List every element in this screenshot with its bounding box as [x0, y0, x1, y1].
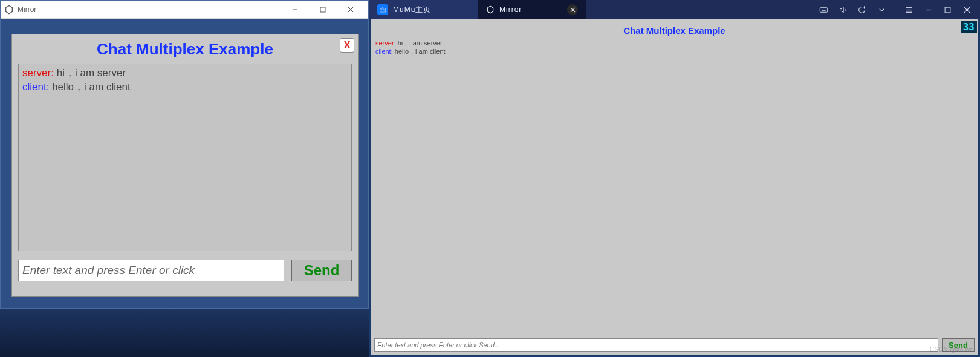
unity-icon: [486, 5, 495, 14]
close-window-button[interactable]: [337, 1, 365, 18]
message-text: hi，i am server: [398, 39, 443, 47]
emulator-screen: 33 Chat Multiplex Example server: hi，i a…: [371, 19, 978, 355]
back-icon[interactable]: [852, 0, 872, 19]
message-text: hello，i am client: [395, 48, 446, 55]
sender-label: client:: [22, 81, 49, 93]
sender-label: server:: [375, 39, 396, 47]
send-button-left[interactable]: Send: [291, 260, 352, 281]
svg-rect-19: [945, 7, 950, 13]
emulator-maximize-button[interactable]: [938, 0, 957, 19]
svg-marker-5: [487, 6, 493, 13]
chevron-down-icon[interactable]: [872, 0, 891, 19]
send-button-right[interactable]: Send: [942, 338, 975, 352]
menu-icon[interactable]: [899, 0, 918, 19]
tab-label: MuMu主页: [393, 5, 431, 15]
chat-log-left: server: hi，i am server client: hello，i a…: [18, 64, 352, 251]
message-text: hello，i am client: [52, 81, 130, 93]
chat-log-right: server: hi，i am server client: hello，i a…: [375, 39, 973, 56]
right-emulator-window: MuMu主页 Mirror: [369, 0, 980, 357]
svg-rect-8: [820, 7, 828, 12]
tab-mumu-home[interactable]: MuMu主页: [369, 0, 478, 19]
svg-marker-14: [840, 7, 843, 13]
message-text: hi，i am server: [57, 67, 126, 79]
unity-icon: [4, 5, 14, 15]
left-application-window: Mirror Chat Multiplex Example X server: …: [0, 0, 369, 309]
chat-panel-left: Chat Multiplex Example X server: hi，i am…: [11, 34, 359, 297]
svg-rect-2: [320, 7, 325, 12]
sender-label: client:: [375, 48, 393, 55]
emulator-titlebar: MuMu主页 Mirror: [369, 0, 980, 19]
volume-icon[interactable]: [833, 0, 852, 19]
svg-marker-0: [6, 5, 13, 13]
separator: [895, 4, 895, 15]
panel-title-right: Chat Multiplex Example: [371, 19, 978, 36]
chat-message: client: hello，i am client: [375, 48, 973, 56]
sender-label: server:: [22, 67, 54, 79]
emulator-close-button[interactable]: [957, 0, 976, 19]
desktop-background: [0, 309, 369, 357]
chat-message: server: hi，i am server: [375, 39, 973, 48]
chat-message: server: hi，i am server: [22, 67, 348, 80]
chat-input-right[interactable]: [374, 338, 938, 352]
panel-title-left: Chat Multiplex Example: [97, 40, 273, 59]
left-titlebar[interactable]: Mirror: [1, 1, 368, 19]
fps-counter: 33: [961, 21, 977, 33]
panel-close-button[interactable]: X: [340, 38, 354, 53]
left-window-title: Mirror: [18, 5, 281, 14]
maximize-button[interactable]: [309, 1, 337, 18]
chat-input-left[interactable]: [18, 260, 284, 281]
minimize-button[interactable]: [281, 1, 309, 18]
tab-mirror[interactable]: Mirror: [478, 0, 586, 19]
mumu-logo-icon: [377, 4, 388, 15]
keyboard-icon[interactable]: [814, 0, 833, 19]
tab-close-button[interactable]: [567, 4, 578, 15]
tab-label: Mirror: [499, 5, 522, 14]
chat-message: client: hello，i am client: [22, 80, 348, 94]
emulator-minimize-button[interactable]: [918, 0, 938, 19]
